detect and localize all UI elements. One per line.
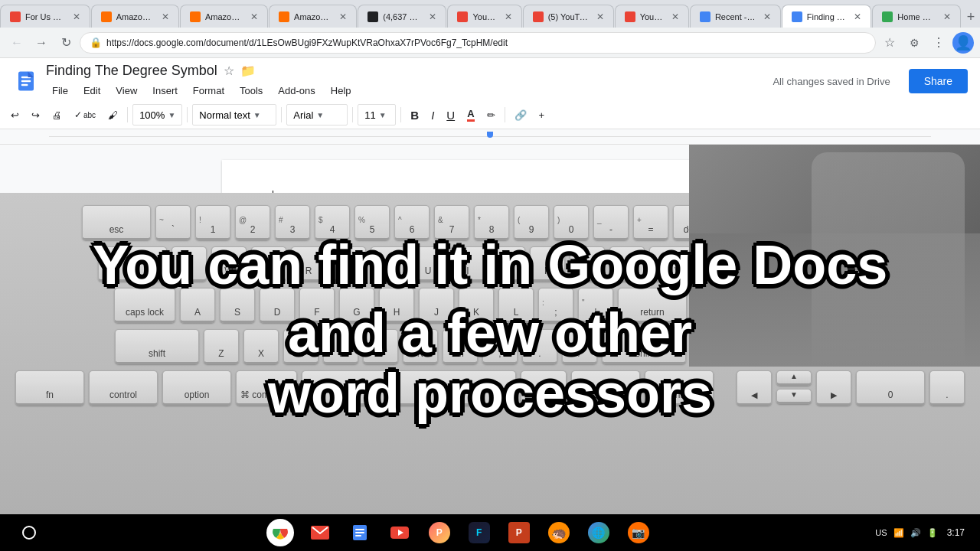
tab-10[interactable]: Finding The... ✕ <box>782 5 872 28</box>
pluto-icon[interactable]: P <box>426 519 453 546</box>
font-select[interactable]: Arial ▼ <box>286 104 348 126</box>
svg-rect-9 <box>355 529 364 530</box>
font-arrow: ▼ <box>316 111 324 119</box>
tab-favicon-7 <box>533 11 544 22</box>
new-tab-button[interactable]: + <box>962 6 980 28</box>
tab-favicon-5 <box>368 11 378 22</box>
tab-label-9: Recent - Go... <box>715 12 756 21</box>
svg-rect-10 <box>355 532 364 533</box>
region-label: US <box>875 528 887 537</box>
overlay-line2: and a few other <box>288 303 692 364</box>
tab-close-3[interactable]: ✕ <box>250 11 258 22</box>
tab-7[interactable]: (5) YouTube... ✕ <box>523 5 614 28</box>
gmail-icon[interactable] <box>306 519 334 546</box>
styles-select[interactable]: Normal text ▼ <box>192 104 276 126</box>
menu-file[interactable]: File <box>46 82 74 99</box>
overlay-line3: word processors <box>268 364 712 424</box>
add-comment-button[interactable]: + <box>534 104 550 126</box>
tab-label-10: Finding The... <box>807 12 847 21</box>
underline-button[interactable]: U <box>442 104 459 126</box>
link-button[interactable]: 🔗 <box>510 104 531 126</box>
refresh-button[interactable]: ↻ <box>55 32 77 54</box>
profile-area: 👤 <box>952 32 974 54</box>
clock: 3:17 <box>947 527 965 538</box>
highlight-button[interactable]: ✏ <box>482 104 500 126</box>
tab-close-5[interactable]: ✕ <box>429 11 436 22</box>
tab-favicon-9 <box>700 11 710 22</box>
font-size-value: 11 <box>364 109 375 121</box>
tab-close-9[interactable]: ✕ <box>763 11 771 22</box>
menu-edit[interactable]: Edit <box>77 82 106 99</box>
tab-close-2[interactable]: ✕ <box>162 11 169 22</box>
docs-title[interactable]: Finding The Degree Symbol <box>46 63 217 79</box>
italic-button[interactable]: I <box>426 104 439 126</box>
sound-icon: 🔊 <box>910 528 921 538</box>
undo-button[interactable]: ↩ <box>6 104 24 126</box>
chrome-icon[interactable] <box>266 519 294 546</box>
text-color-button[interactable]: A <box>462 104 479 126</box>
tab-favicon-11 <box>882 11 893 22</box>
tab-8[interactable]: YouTube ✕ <box>615 5 689 28</box>
tab-3[interactable]: Amazon.co... ✕ <box>180 5 268 28</box>
tab-label-3: Amazon.co... <box>205 12 243 21</box>
menu-button[interactable]: ⋮ <box>928 32 949 54</box>
tab-5[interactable]: (4,637 unre... ✕ <box>358 5 446 28</box>
wifi-icon: 📶 <box>893 528 904 538</box>
tab-close-10[interactable]: ✕ <box>854 11 861 22</box>
tab-favicon-10 <box>792 11 802 22</box>
spellcheck-button[interactable]: ✓ abc <box>70 104 100 126</box>
separator-1 <box>127 107 128 122</box>
tab-label-7: (5) YouTube... <box>548 12 589 21</box>
zoom-select[interactable]: 100% ▼ <box>132 104 182 126</box>
docs-title-area: Finding The Degree Symbol ☆ 📁 File Edit … <box>46 63 766 99</box>
share-button[interactable]: Share <box>909 69 968 93</box>
font-size-arrow: ▼ <box>379 111 387 119</box>
zoom-value: 100% <box>139 109 165 121</box>
tab-favicon-1 <box>10 11 21 22</box>
print-button[interactable]: 🖨 <box>47 104 67 126</box>
taskbar-system-icon <box>15 519 43 546</box>
folder-icon[interactable]: 📁 <box>240 64 256 78</box>
menu-view[interactable]: View <box>109 82 143 99</box>
docs-top-bar: Finding The Degree Symbol ☆ 📁 File Edit … <box>0 58 980 101</box>
files-icon[interactable] <box>346 519 374 546</box>
menu-help[interactable]: Help <box>325 82 358 99</box>
profile-avatar[interactable]: 👤 <box>952 32 974 54</box>
menu-insert[interactable]: Insert <box>146 82 184 99</box>
tab-11[interactable]: Home Char... ✕ <box>872 5 961 28</box>
tab-6[interactable]: YouTube ✕ <box>447 5 521 28</box>
tab-4[interactable]: Amazon.co... ✕ <box>269 5 357 28</box>
tab-close-6[interactable]: ✕ <box>505 11 512 22</box>
menu-format[interactable]: Format <box>187 82 230 99</box>
font-size-select[interactable]: 11 ▼ <box>358 104 396 126</box>
youtube-icon[interactable] <box>386 519 413 546</box>
forward-button[interactable]: → <box>31 32 52 54</box>
menu-tools[interactable]: Tools <box>234 82 269 99</box>
tab-close-4[interactable]: ✕ <box>339 11 347 22</box>
vlc-icon[interactable]: 🦔 <box>545 519 573 546</box>
back-button[interactable]: ← <box>6 32 28 54</box>
photos-icon[interactable]: 📷 <box>625 519 652 546</box>
powerpoint-icon[interactable]: P <box>505 519 533 546</box>
bold-button[interactable]: B <box>406 104 423 126</box>
tab-2[interactable]: Amazon.co... ✕ <box>91 5 179 28</box>
paint-format-button[interactable]: 🖌 <box>103 104 122 126</box>
tab-close-7[interactable]: ✕ <box>596 11 604 22</box>
menu-addons[interactable]: Add-ons <box>272 82 321 99</box>
bookmark-star-button[interactable]: ☆ <box>879 32 900 54</box>
address-bar[interactable]: 🔒 https://docs.google.com/document/d/1LE… <box>80 32 876 54</box>
docs-menubar: File Edit View Insert Format Tools Add-o… <box>46 79 766 99</box>
tab-9[interactable]: Recent - Go... ✕ <box>690 5 781 28</box>
nav-icons: ☆ ⚙ ⋮ <box>879 32 949 54</box>
filmora-icon[interactable]: F <box>466 519 493 546</box>
tab-label-11: Home Char... <box>897 12 936 21</box>
tab-close-11[interactable]: ✕ <box>943 11 951 22</box>
tab-close-1[interactable]: ✕ <box>73 11 80 22</box>
tab-close-8[interactable]: ✕ <box>671 11 679 22</box>
extensions-button[interactable]: ⚙ <box>903 32 925 54</box>
tab-1[interactable]: For Us Revi... ✕ <box>0 5 90 28</box>
bookmark-icon[interactable]: ☆ <box>224 64 234 78</box>
redo-button[interactable]: ↪ <box>27 104 44 126</box>
tab-favicon-2 <box>101 11 112 22</box>
maps-icon[interactable]: 🌐 <box>585 519 612 546</box>
